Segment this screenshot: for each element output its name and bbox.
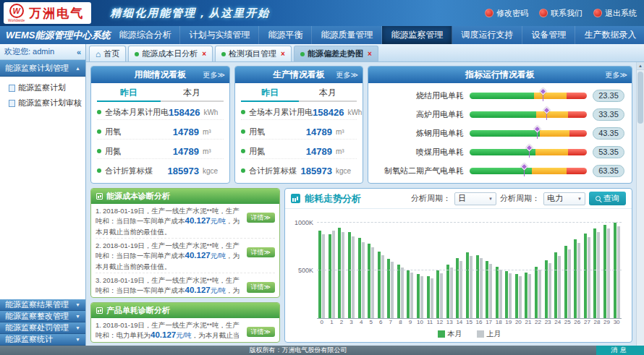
bar-segment-r [568,149,587,155]
sidebar-section-header[interactable]: 能源监察处罚管理▼ [0,322,85,334]
sidebar-section-header[interactable]: 能源监察整改管理▼ [0,311,85,322]
subtab[interactable]: 昨日 [97,85,161,102]
bar-group [602,213,612,318]
nav-item[interactable]: 调度运行支持 [452,26,522,44]
x-tick-label: 17 [484,319,494,328]
kb-value: 185973 [301,166,332,176]
panel-title: 产品单耗诊断分析 [106,305,170,316]
period-select-value: 日 [458,193,466,204]
bar-本月 [329,234,331,318]
subtab[interactable]: 昨日 [241,85,299,102]
bar-上月 [538,270,541,318]
scroll-up-icon[interactable]: ▲ [637,62,644,70]
indicator-bar [470,111,587,118]
nav-item[interactable]: 生产数据录入 [575,26,644,44]
x-tick-label: 28 [592,319,602,328]
bar-上月 [431,278,433,318]
indicator-bar [470,168,587,174]
production-panel-header: 生产情况看板 更多≫ [235,67,363,83]
diag-value: 40.127 [185,216,211,225]
bullet-icon [97,168,101,173]
nav-item[interactable]: 能源综合分析 [110,26,180,44]
legend-label: 上月 [487,329,501,339]
type-select[interactable]: 电力 ▼ [543,192,585,205]
bar-本月 [593,228,596,318]
kb-value: 14789 [306,127,332,137]
diag-value: 40.127 [151,330,176,339]
bar-group [611,213,622,318]
x-tick-label: 23 [543,319,553,328]
bar-本月 [505,271,508,318]
x-tick-label: 7 [386,319,396,328]
subtab[interactable]: 本月 [299,85,357,102]
header-link[interactable]: 修改密码 [485,8,528,19]
indicator-panel-rows: 烧结用电单耗23.35高炉用电单耗33.35炼钢用电单耗43.35喷煤用电单耗5… [368,83,632,183]
nav-item[interactable]: 能源质量管理 [312,26,382,44]
panel-title: 生产情况看板 [273,69,325,81]
bar-本月 [554,252,557,318]
sidebar-section-header[interactable]: 能源监察结果管理▼ [0,299,85,311]
detail-button[interactable]: 详情≫ [247,247,275,257]
more-link[interactable]: 更多≫ [203,67,225,83]
query-button[interactable]: 查询 [589,192,626,205]
x-tick-label: 20 [514,319,524,328]
tab[interactable]: 检测项目管理× [215,46,292,61]
tab[interactable]: 能源偏差走势图× [294,46,378,61]
bar-group [347,213,357,318]
nav-item[interactable]: 能源监察管理 [382,26,452,44]
collapse-sidebar-icon[interactable]: « [77,48,81,56]
bullet-icon [97,149,101,153]
bar-group [465,213,475,318]
trend-panel: 能耗走势分析 分析周期： 日 ▼ 分析周期： 电力 ▼ [284,188,632,343]
bar-本月 [407,270,410,318]
vertical-scrollbar[interactable]: ▲ [636,62,644,346]
more-link[interactable]: 更多≫ [336,67,358,83]
close-icon[interactable]: × [368,50,372,58]
y-tick-label: 500K [298,267,317,274]
tab[interactable]: 能源成本日分析× [128,46,213,61]
nav-item[interactable]: 设备管理 [522,26,575,44]
kb-label: 用氧 [249,127,265,137]
period-select[interactable]: 日 ▼ [454,192,496,205]
bar-group [553,213,563,318]
sidebar-tree-item[interactable]: 能源监察计划审核 [2,95,83,111]
bar-本月 [397,265,400,318]
diag-value: 40.127 [185,251,211,260]
energy-panel-header: 用能情况看板 更多≫ [91,67,229,83]
header-links: 修改密码联系我们退出系统 [485,8,637,19]
detail-button[interactable]: 详情≫ [247,282,275,292]
kb-label: 合计折算标煤 [105,166,153,176]
diag-number: 1. [96,321,101,329]
bar-本月 [338,228,341,318]
subtab[interactable]: 本月 [161,85,224,102]
detail-button[interactable]: 详情≫ [247,327,275,337]
bar-group [523,213,533,318]
close-icon[interactable]: × [202,50,206,58]
header-link[interactable]: 退出系统 [593,8,637,19]
production-panel: 生产情况看板 更多≫ 昨日本月 全场本月累计用电158426kWh用氧14789… [234,66,363,184]
nav-item[interactable]: 能源平衡 [259,26,312,44]
sidebar-tree-item[interactable]: 能源监察计划 [2,80,83,95]
unit-diagnosis-panel: 产品单耗诊断分析 详情≫1.2018-01-19日，生产一线生产水泥**吨，生产… [90,302,280,343]
tab-bar: ⌂首页能源成本日分析×检测项目管理×能源偏差走势图× [86,44,644,62]
detail-button[interactable]: 详情≫ [247,213,275,223]
bar-本月 [368,244,370,318]
message-button[interactable]: 消息 [596,346,644,355]
sidebar-section-header-expanded[interactable]: 能源监察计划管理 ▲ [0,60,85,77]
sidebar-section-header[interactable]: 能源监察统计▼ [0,334,85,346]
bar-本月 [348,232,351,318]
document-icon [9,100,15,107]
production-panel-subtabs: 昨日本月 [241,85,357,102]
tab[interactable]: ⌂首页 [89,46,126,61]
section-label: 能源监察处罚管理 [5,322,69,333]
header-link[interactable]: 联系我们 [539,8,582,19]
bar-上月 [410,273,413,318]
bar-上月 [588,237,590,318]
bar-本月 [417,274,420,318]
contact-icon [539,9,548,17]
bar-本月 [476,255,479,318]
nav-item[interactable]: 计划与实绩管理 [180,26,259,44]
close-icon[interactable]: × [281,50,285,58]
more-link[interactable]: 更多≫ [606,67,627,83]
scrollbar-thumb[interactable] [637,72,643,124]
